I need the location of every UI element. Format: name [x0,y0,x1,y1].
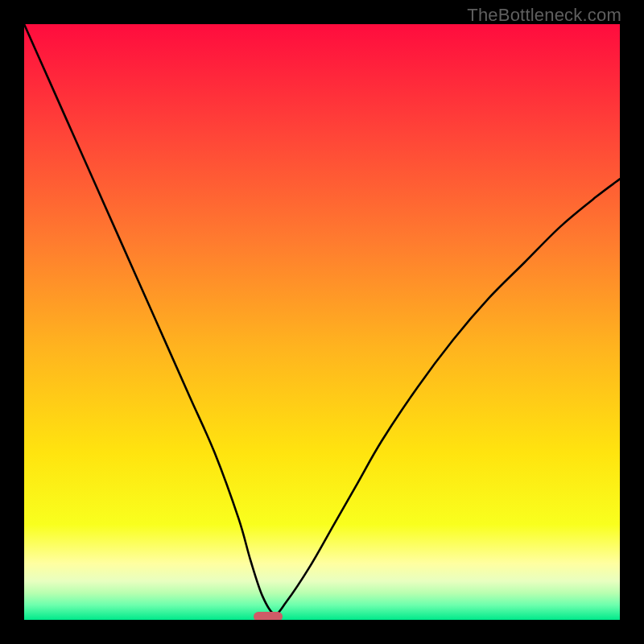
watermark-text: TheBottleneck.com [467,5,621,26]
min-marker [254,612,283,620]
chart-frame: TheBottleneck.com [0,0,644,644]
bottleneck-curve [24,24,620,620]
plot-area [24,24,620,620]
